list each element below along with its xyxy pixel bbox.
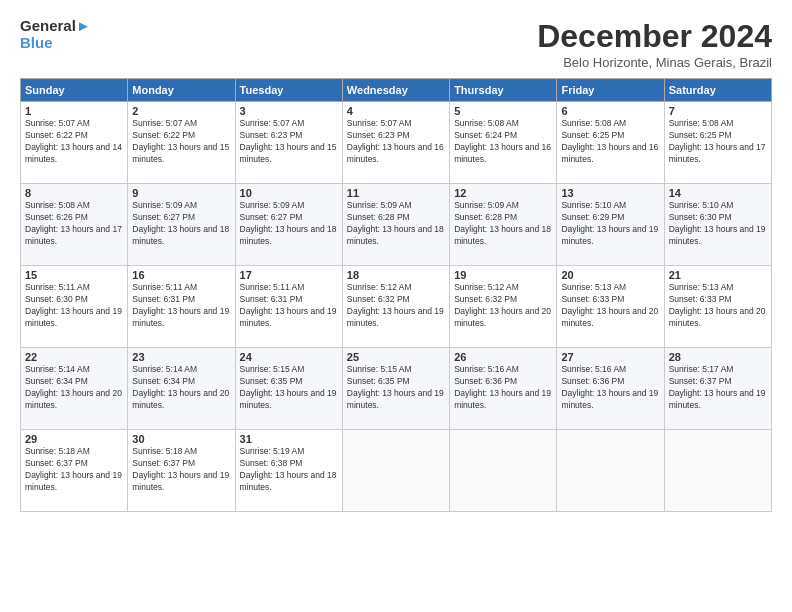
day-info: Sunrise: 5:09 AM Sunset: 6:28 PM Dayligh… [347,200,445,248]
daylight-label: Daylight: 13 hours and 20 minutes. [132,388,229,410]
daylight-label: Daylight: 13 hours and 17 minutes. [25,224,122,246]
calendar-cell: 21 Sunrise: 5:13 AM Sunset: 6:33 PM Dayl… [664,266,771,348]
calendar-cell: 9 Sunrise: 5:09 AM Sunset: 6:27 PM Dayli… [128,184,235,266]
day-info: Sunrise: 5:11 AM Sunset: 6:31 PM Dayligh… [132,282,230,330]
sunrise-label: Sunrise: 5:18 AM [25,446,90,456]
daylight-label: Daylight: 13 hours and 18 minutes. [240,224,337,246]
day-info: Sunrise: 5:07 AM Sunset: 6:22 PM Dayligh… [25,118,123,166]
daylight-label: Daylight: 13 hours and 19 minutes. [454,388,551,410]
sunset-label: Sunset: 6:33 PM [561,294,624,304]
daylight-label: Daylight: 13 hours and 16 minutes. [561,142,658,164]
calendar-cell [342,430,449,512]
day-info: Sunrise: 5:16 AM Sunset: 6:36 PM Dayligh… [454,364,552,412]
daylight-label: Daylight: 13 hours and 18 minutes. [347,224,444,246]
day-number: 22 [25,351,123,363]
calendar-cell: 17 Sunrise: 5:11 AM Sunset: 6:31 PM Dayl… [235,266,342,348]
sunrise-label: Sunrise: 5:09 AM [454,200,519,210]
day-info: Sunrise: 5:08 AM Sunset: 6:25 PM Dayligh… [561,118,659,166]
sunset-label: Sunset: 6:37 PM [669,376,732,386]
day-info: Sunrise: 5:13 AM Sunset: 6:33 PM Dayligh… [561,282,659,330]
daylight-label: Daylight: 13 hours and 20 minutes. [561,306,658,328]
day-number: 21 [669,269,767,281]
day-number: 31 [240,433,338,445]
sunset-label: Sunset: 6:24 PM [454,130,517,140]
sunset-label: Sunset: 6:22 PM [132,130,195,140]
calendar-cell [664,430,771,512]
calendar-cell: 26 Sunrise: 5:16 AM Sunset: 6:36 PM Dayl… [450,348,557,430]
sunset-label: Sunset: 6:27 PM [240,212,303,222]
daylight-label: Daylight: 13 hours and 19 minutes. [240,306,337,328]
calendar-cell: 27 Sunrise: 5:16 AM Sunset: 6:36 PM Dayl… [557,348,664,430]
sunrise-label: Sunrise: 5:13 AM [561,282,626,292]
day-number: 27 [561,351,659,363]
col-tuesday: Tuesday [235,79,342,102]
sunset-label: Sunset: 6:30 PM [669,212,732,222]
sunset-label: Sunset: 6:31 PM [132,294,195,304]
sunset-label: Sunset: 6:37 PM [132,458,195,468]
calendar-cell: 15 Sunrise: 5:11 AM Sunset: 6:30 PM Dayl… [21,266,128,348]
day-info: Sunrise: 5:18 AM Sunset: 6:37 PM Dayligh… [25,446,123,494]
day-info: Sunrise: 5:14 AM Sunset: 6:34 PM Dayligh… [132,364,230,412]
calendar-cell: 22 Sunrise: 5:14 AM Sunset: 6:34 PM Dayl… [21,348,128,430]
daylight-label: Daylight: 13 hours and 19 minutes. [25,306,122,328]
sunset-label: Sunset: 6:27 PM [132,212,195,222]
calendar-cell: 13 Sunrise: 5:10 AM Sunset: 6:29 PM Dayl… [557,184,664,266]
sunrise-label: Sunrise: 5:07 AM [132,118,197,128]
daylight-label: Daylight: 13 hours and 18 minutes. [132,224,229,246]
daylight-label: Daylight: 13 hours and 19 minutes. [25,470,122,492]
sunset-label: Sunset: 6:32 PM [454,294,517,304]
calendar-cell: 20 Sunrise: 5:13 AM Sunset: 6:33 PM Dayl… [557,266,664,348]
col-sunday: Sunday [21,79,128,102]
col-friday: Friday [557,79,664,102]
calendar-cell: 6 Sunrise: 5:08 AM Sunset: 6:25 PM Dayli… [557,102,664,184]
day-info: Sunrise: 5:12 AM Sunset: 6:32 PM Dayligh… [454,282,552,330]
day-info: Sunrise: 5:09 AM Sunset: 6:27 PM Dayligh… [240,200,338,248]
calendar-cell: 8 Sunrise: 5:08 AM Sunset: 6:26 PM Dayli… [21,184,128,266]
sunrise-label: Sunrise: 5:08 AM [25,200,90,210]
daylight-label: Daylight: 13 hours and 20 minutes. [669,306,766,328]
sunrise-label: Sunrise: 5:09 AM [240,200,305,210]
day-number: 15 [25,269,123,281]
day-info: Sunrise: 5:10 AM Sunset: 6:29 PM Dayligh… [561,200,659,248]
day-number: 14 [669,187,767,199]
sunset-label: Sunset: 6:25 PM [561,130,624,140]
sunset-label: Sunset: 6:29 PM [561,212,624,222]
day-number: 10 [240,187,338,199]
sunset-label: Sunset: 6:32 PM [347,294,410,304]
day-number: 4 [347,105,445,117]
day-number: 3 [240,105,338,117]
calendar-cell: 19 Sunrise: 5:12 AM Sunset: 6:32 PM Dayl… [450,266,557,348]
sunset-label: Sunset: 6:25 PM [669,130,732,140]
day-info: Sunrise: 5:19 AM Sunset: 6:38 PM Dayligh… [240,446,338,494]
sunset-label: Sunset: 6:22 PM [25,130,88,140]
sunset-label: Sunset: 6:23 PM [347,130,410,140]
day-number: 26 [454,351,552,363]
col-thursday: Thursday [450,79,557,102]
day-info: Sunrise: 5:15 AM Sunset: 6:35 PM Dayligh… [240,364,338,412]
day-number: 7 [669,105,767,117]
day-number: 6 [561,105,659,117]
day-info: Sunrise: 5:15 AM Sunset: 6:35 PM Dayligh… [347,364,445,412]
sunrise-label: Sunrise: 5:11 AM [25,282,90,292]
calendar-cell [450,430,557,512]
sunset-label: Sunset: 6:36 PM [561,376,624,386]
day-number: 11 [347,187,445,199]
day-number: 8 [25,187,123,199]
calendar-week-4: 22 Sunrise: 5:14 AM Sunset: 6:34 PM Dayl… [21,348,772,430]
sunrise-label: Sunrise: 5:09 AM [347,200,412,210]
sunset-label: Sunset: 6:36 PM [454,376,517,386]
sunset-label: Sunset: 6:23 PM [240,130,303,140]
sunset-label: Sunset: 6:28 PM [454,212,517,222]
daylight-label: Daylight: 13 hours and 18 minutes. [454,224,551,246]
day-number: 20 [561,269,659,281]
day-info: Sunrise: 5:07 AM Sunset: 6:23 PM Dayligh… [240,118,338,166]
calendar-cell: 10 Sunrise: 5:09 AM Sunset: 6:27 PM Dayl… [235,184,342,266]
header: General► Blue December 2024 Belo Horizon… [20,18,772,70]
sunset-label: Sunset: 6:35 PM [240,376,303,386]
sunrise-label: Sunrise: 5:07 AM [25,118,90,128]
sunrise-label: Sunrise: 5:12 AM [454,282,519,292]
month-title: December 2024 [537,18,772,55]
sunrise-label: Sunrise: 5:15 AM [347,364,412,374]
daylight-label: Daylight: 13 hours and 19 minutes. [561,224,658,246]
sunrise-label: Sunrise: 5:18 AM [132,446,197,456]
